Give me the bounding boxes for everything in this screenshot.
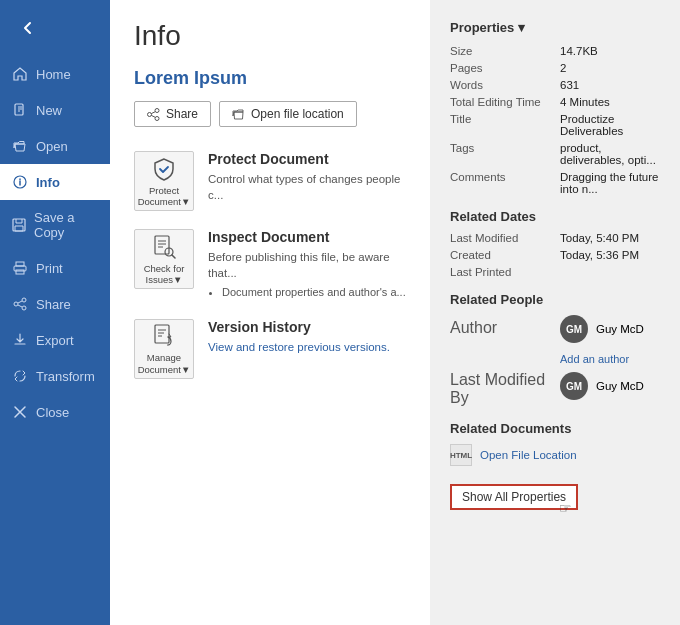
svg-point-6 <box>22 298 26 302</box>
show-all-properties-button[interactable]: Show All Properties ☞ <box>450 484 578 510</box>
last-modified-by-label: Last Modified By <box>450 371 560 407</box>
properties-title: Properties ▾ <box>450 20 660 35</box>
last-modified-person: GM Guy McD <box>560 372 644 400</box>
prop-comments: Comments Dragging the future into n... <box>450 171 660 195</box>
related-people-title: Related People <box>450 292 660 307</box>
prop-editing-time: Total Editing Time 4 Minutes <box>450 96 660 108</box>
share-button[interactable]: Share <box>134 101 211 127</box>
prop-title: Title Productize Deliverables <box>450 113 660 137</box>
version-history-card: ManageDocument▼ Version History View and… <box>134 319 406 379</box>
sidebar-item-home[interactable]: Home <box>0 56 110 92</box>
inspect-icon <box>150 233 178 261</box>
author-name: Guy McD <box>596 323 644 335</box>
prop-pages: Pages 2 <box>450 62 660 74</box>
home-icon <box>12 66 28 82</box>
sidebar-item-transform[interactable]: Transform <box>0 358 110 394</box>
export-icon <box>12 332 28 348</box>
version-icon <box>150 322 178 350</box>
close-icon <box>12 404 28 420</box>
cursor-icon: ☞ <box>559 500 572 516</box>
inspect-document-card: Check forIssues▼ Inspect Document Before… <box>134 229 406 301</box>
view-restore-link[interactable]: View and restore previous versions. <box>208 341 390 353</box>
left-panel: Info Lorem Ipsum Share Open file locatio… <box>110 0 430 625</box>
date-last-printed: Last Printed <box>450 266 660 278</box>
save-icon <box>12 217 26 233</box>
transform-icon <box>12 368 28 384</box>
author-label: Author <box>450 315 560 337</box>
properties-list: Size 14.7KB Pages 2 Words 631 Total Edit… <box>450 45 660 195</box>
prop-tags: Tags product, deliverables, opti... <box>450 142 660 166</box>
right-panel: Properties ▾ Size 14.7KB Pages 2 Words 6… <box>430 0 680 625</box>
sidebar-item-export[interactable]: Export <box>0 322 110 358</box>
svg-rect-12 <box>155 236 169 254</box>
svg-point-9 <box>155 108 159 112</box>
action-buttons: Share Open file location <box>134 101 406 127</box>
document-name: Lorem Ipsum <box>134 68 406 89</box>
protect-document-button[interactable]: ProtectDocument▼ <box>134 151 194 211</box>
protect-icon <box>150 155 178 183</box>
sidebar-item-save-copy[interactable]: Save a Copy <box>0 200 110 250</box>
open-file-location-row: HTML Open File Location <box>450 444 660 466</box>
svg-point-7 <box>22 306 26 310</box>
sidebar-item-print[interactable]: Print <box>0 250 110 286</box>
sidebar-item-new[interactable]: New <box>0 92 110 128</box>
date-created: Created Today, 5:36 PM <box>450 249 660 261</box>
svg-point-11 <box>148 112 152 116</box>
folder-icon <box>232 108 245 121</box>
info-icon <box>12 174 28 190</box>
new-icon <box>12 102 28 118</box>
check-for-issues-button[interactable]: Check forIssues▼ <box>134 229 194 289</box>
sidebar: Home New Open Info Save a Copy Print S <box>0 0 110 625</box>
sidebar-item-info[interactable]: Info <box>0 164 110 200</box>
prop-size: Size 14.7KB <box>450 45 660 57</box>
back-button[interactable] <box>8 8 48 48</box>
inspect-document-info: Inspect Document Before publishing this … <box>208 229 406 301</box>
protect-document-info: Protect Document Control what types of c… <box>208 151 406 203</box>
prop-words: Words 631 <box>450 79 660 91</box>
open-file-location-link[interactable]: Open File Location <box>480 449 577 461</box>
print-icon <box>12 260 28 276</box>
date-last-modified: Last Modified Today, 5:40 PM <box>450 232 660 244</box>
related-dates-title: Related Dates <box>450 209 660 224</box>
share-icon <box>12 296 28 312</box>
author-avatar: GM <box>560 315 588 343</box>
content-area: Info Lorem Ipsum Share Open file locatio… <box>110 0 680 625</box>
page-title: Info <box>134 20 406 52</box>
share-btn-icon <box>147 108 160 121</box>
protect-document-card: ProtectDocument▼ Protect Document Contro… <box>134 151 406 211</box>
sidebar-item-share[interactable]: Share <box>0 286 110 322</box>
svg-rect-14 <box>155 325 169 343</box>
last-modified-name: Guy McD <box>596 380 644 392</box>
main-area: Info Lorem Ipsum Share Open file locatio… <box>110 0 680 625</box>
svg-point-10 <box>155 116 159 120</box>
add-author-link[interactable]: Add an author <box>560 353 644 365</box>
html-icon: HTML <box>450 444 472 466</box>
open-file-location-button[interactable]: Open file location <box>219 101 357 127</box>
related-people-section: Author GM Guy McD Add an author Last Mod… <box>450 315 660 407</box>
author-person: GM Guy McD <box>560 315 644 343</box>
svg-point-8 <box>14 302 18 306</box>
sidebar-item-close[interactable]: Close <box>0 394 110 430</box>
manage-document-button[interactable]: ManageDocument▼ <box>134 319 194 379</box>
sidebar-item-open[interactable]: Open <box>0 128 110 164</box>
open-icon <box>12 138 28 154</box>
related-documents-title: Related Documents <box>450 421 660 436</box>
last-modified-avatar: GM <box>560 372 588 400</box>
related-dates-list: Last Modified Today, 5:40 PM Created Tod… <box>450 232 660 278</box>
version-history-info: Version History View and restore previou… <box>208 319 390 355</box>
related-documents-section: HTML Open File Location Show All Propert… <box>450 444 660 510</box>
svg-rect-3 <box>16 262 24 266</box>
